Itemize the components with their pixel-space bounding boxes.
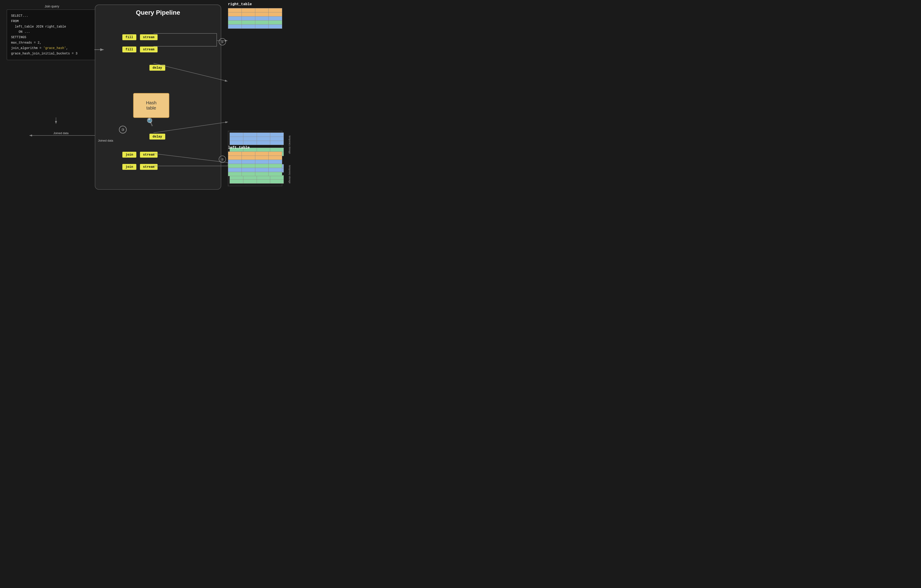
stream-badge-4: stream <box>140 164 158 170</box>
table-row <box>228 24 282 29</box>
table-row <box>228 156 282 160</box>
bottom-streams: join stream join stream <box>122 152 158 170</box>
delay-badge-top: delay <box>150 65 165 71</box>
sql-line-3: left_table JOIN right_table <box>11 24 93 29</box>
pipeline-title: Query Pipeline <box>95 9 221 16</box>
magnifier-icon: 🔍 <box>145 117 156 127</box>
table-row <box>230 141 284 145</box>
sql-line-6: max_threads = 2, <box>11 40 93 46</box>
stream-badge-3: stream <box>140 152 158 158</box>
stream-row-2: fill stream <box>122 47 158 52</box>
step-3-circle: ③ <box>119 126 127 134</box>
table-row <box>230 137 284 141</box>
sql-label: Join query <box>7 5 97 8</box>
delay-top: delay <box>150 65 165 71</box>
hash-table-label-line1: Hash <box>146 100 157 106</box>
right-table-label: right_table <box>228 2 291 7</box>
pipeline-container: Query Pipeline fill stream fill stream d… <box>95 5 221 190</box>
sql-line-4: ON ... <box>11 29 93 35</box>
hash-table-label-line2: table <box>146 106 156 111</box>
delay-badge-bottom: delay <box>150 134 165 140</box>
stream-badge-1: stream <box>140 34 158 40</box>
table-row <box>228 12 282 16</box>
sql-line-1: SELECT... <box>11 13 93 19</box>
table-row <box>228 152 282 156</box>
stream-badge-2: stream <box>140 47 158 52</box>
table-row <box>230 179 284 184</box>
sql-section: Join query SELECT... FROM left_table JOI… <box>7 5 97 60</box>
hash-table-box: Hash table <box>133 93 169 118</box>
left-table-label: left_table <box>228 146 291 150</box>
step-3-label: ③ <box>121 127 124 132</box>
stream-row-1: fill stream <box>122 34 158 40</box>
svg-text:Joined data: Joined data <box>53 132 68 135</box>
fill-badge-2: fill <box>122 47 136 52</box>
temp-table-1a <box>229 132 284 145</box>
joined-data-label: Joined data <box>98 138 113 143</box>
left-table <box>228 151 282 176</box>
sql-line-2: FROM <box>11 19 93 24</box>
table-row <box>228 164 282 168</box>
joined-data-text: Joined data <box>98 139 113 142</box>
join-row-2: join stream <box>122 164 158 170</box>
table-row <box>228 172 282 176</box>
table-row <box>228 8 282 12</box>
fill-badge-1: fill <box>122 34 136 40</box>
table-row <box>230 133 284 137</box>
left-table-section: left_table <box>228 146 291 177</box>
svg-text:②: ② <box>221 158 224 161</box>
right-table <box>228 8 282 29</box>
svg-text:①: ① <box>221 40 224 44</box>
join-badge-2: join <box>122 164 136 170</box>
table-row <box>228 168 282 172</box>
table-row <box>228 160 282 164</box>
top-streams: fill stream fill stream <box>122 34 158 52</box>
sql-line-5: SETTINGS <box>11 35 93 40</box>
join-badge-1: join <box>122 152 136 158</box>
sql-line-7: join_algorithm = 'grace_hash', <box>11 46 93 51</box>
table-row <box>228 21 282 24</box>
delay-bottom: delay <box>150 134 165 140</box>
sql-box: SELECT... FROM left_table JOIN right_tab… <box>7 10 97 60</box>
join-row-1: join stream <box>122 152 158 158</box>
right-table-section: right_table <box>228 2 291 29</box>
table-row <box>228 16 282 21</box>
sql-line-8: grace_hash_join_initial_buckets = 3 <box>11 51 93 57</box>
